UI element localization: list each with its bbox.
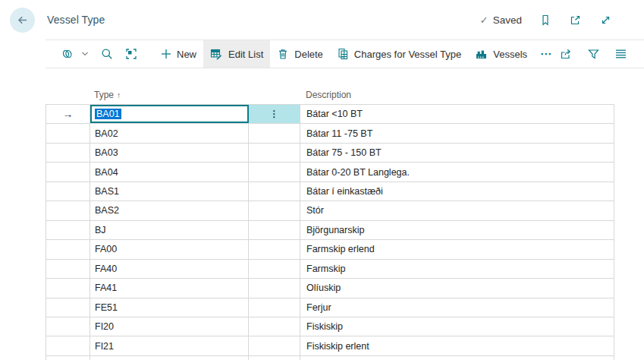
expand-fullscreen-icon[interactable] xyxy=(599,14,612,27)
table-row[interactable]: BA04 Bátar 0-20 BT Langlega. xyxy=(46,163,614,182)
row-selector-cell[interactable] xyxy=(46,336,90,355)
table-row[interactable]: BJ Björgunarskip xyxy=(46,221,614,240)
type-cell[interactable]: FI21 xyxy=(90,336,249,355)
vessels-button-label: Vessels xyxy=(493,49,527,60)
type-cell[interactable]: BAS1 xyxy=(90,182,249,201)
description-cell[interactable]: Farmskip erlend xyxy=(300,240,614,258)
more-options-button[interactable]: ⋯ xyxy=(534,40,559,68)
type-cell[interactable]: BA02 xyxy=(90,124,249,142)
description-cell[interactable]: Bátar <10 BT xyxy=(300,105,614,123)
type-cell[interactable]: BA03 xyxy=(90,144,249,162)
vessel-type-list-page: Vessel Type ✓ Saved xyxy=(0,0,644,360)
back-button[interactable] xyxy=(10,8,35,33)
charges-document-icon xyxy=(337,48,349,60)
description-cell[interactable]: Bátar 11 -75 BT xyxy=(300,124,614,142)
cell-menu-button[interactable] xyxy=(249,144,300,162)
table-row[interactable]: FA40 Farmskip xyxy=(46,260,614,279)
views-icon xyxy=(61,48,74,60)
table-row[interactable]: → BA01 ⋮ Bátar <10 BT xyxy=(46,105,614,124)
header-actions: ✓ Saved xyxy=(480,0,612,39)
row-selector-cell[interactable] xyxy=(46,144,90,162)
table-row[interactable]: BAS2 Stór xyxy=(46,201,614,220)
row-selector-cell[interactable] xyxy=(46,201,90,219)
cell-menu-button[interactable] xyxy=(249,182,300,201)
row-selector-cell[interactable] xyxy=(46,221,90,239)
table-row[interactable]: FA00 Farmskip erlend xyxy=(46,240,614,259)
cell-menu-button[interactable] xyxy=(249,221,300,239)
cell-menu-button[interactable] xyxy=(249,298,300,317)
row-selector-cell[interactable] xyxy=(46,163,90,181)
share-icon[interactable] xyxy=(559,48,573,61)
trash-icon xyxy=(277,48,289,60)
cell-menu-button[interactable] xyxy=(249,336,300,355)
cell-menu-button[interactable] xyxy=(249,279,300,297)
row-selector-cell[interactable] xyxy=(46,124,90,142)
type-cell[interactable]: FE51 xyxy=(90,298,249,317)
open-in-new-window-icon[interactable] xyxy=(569,14,582,27)
description-cell[interactable]: Stór xyxy=(300,201,614,219)
analyze-button[interactable] xyxy=(119,40,143,68)
delete-button-label: Delete xyxy=(294,49,323,60)
description-cell[interactable]: Fiskiskip xyxy=(300,317,614,336)
description-cell[interactable]: Bátar 0-20 BT Langlega. xyxy=(300,163,614,181)
page-header: Vessel Type ✓ Saved xyxy=(0,0,644,39)
table-row[interactable]: BAS1 Bátar í einkastæði xyxy=(46,182,614,201)
column-header-description[interactable]: Description xyxy=(306,90,351,100)
row-selector-cell[interactable] xyxy=(46,298,90,317)
vessel-ship-icon xyxy=(475,49,488,60)
charges-for-vessel-type-button[interactable]: Charges for Vessel Type xyxy=(330,40,468,68)
cell-menu-button[interactable]: ⋮ xyxy=(249,105,300,123)
table-row[interactable]: FI21 Fiskiskip erlent xyxy=(46,336,614,355)
description-cell[interactable]: Farmskip xyxy=(300,260,614,278)
back-arrow-icon xyxy=(16,14,29,27)
description-cell[interactable]: Olíuskip xyxy=(300,279,614,297)
cell-menu-button[interactable] xyxy=(249,317,300,336)
type-cell[interactable]: FI20 xyxy=(90,317,249,336)
bookmark-icon[interactable] xyxy=(539,14,551,27)
new-button[interactable]: New xyxy=(154,40,203,68)
cell-menu-button[interactable] xyxy=(249,163,300,181)
filter-icon[interactable] xyxy=(587,48,600,60)
description-cell[interactable]: Björgunarskip xyxy=(300,221,614,239)
type-cell[interactable]: BAS2 xyxy=(90,201,249,219)
table-row[interactable]: FA41 Olíuskip xyxy=(46,279,614,298)
row-selector-cell[interactable] xyxy=(46,279,90,297)
table-row[interactable]: BA03 Bátar 75 - 150 BT xyxy=(46,144,614,163)
table-row[interactable]: FE51 Ferjur xyxy=(46,298,614,317)
table-rows: → BA01 ⋮ Bátar <10 BT BA02 Bátar 11 -75 … xyxy=(46,105,614,356)
table-row[interactable]: FI20 Fiskiskip xyxy=(46,317,614,336)
type-cell[interactable]: BJ xyxy=(90,221,249,239)
description-cell[interactable]: Bátar 75 - 150 BT xyxy=(300,144,614,162)
edit-list-icon xyxy=(210,48,223,60)
type-cell[interactable]: FA41 xyxy=(90,279,249,297)
current-row-arrow-icon: → xyxy=(63,109,74,119)
table-row[interactable]: BA02 Bátar 11 -75 BT xyxy=(46,124,614,143)
row-selector-cell[interactable] xyxy=(46,317,90,336)
column-header-type[interactable]: Type↑ xyxy=(94,90,121,100)
cell-menu-button[interactable] xyxy=(249,260,300,278)
row-selector-cell[interactable] xyxy=(46,182,90,201)
type-cell[interactable]: FA00 xyxy=(90,240,249,258)
edit-list-button[interactable]: Edit List xyxy=(203,40,270,68)
description-cell[interactable]: Ferjur xyxy=(300,298,614,317)
chevron-down-icon xyxy=(81,50,89,58)
vessels-button[interactable]: Vessels xyxy=(468,40,534,68)
action-toolbar: New Edit List Delete Charges for Vessel … xyxy=(46,39,644,68)
description-cell[interactable]: Bátar í einkastæði xyxy=(300,182,614,201)
new-button-label: New xyxy=(177,49,196,60)
cell-menu-button[interactable] xyxy=(249,201,300,219)
delete-button[interactable]: Delete xyxy=(270,40,330,68)
list-view-icon[interactable] xyxy=(614,48,627,60)
row-selector-cell[interactable] xyxy=(46,260,90,278)
row-selector-cell[interactable]: → xyxy=(46,105,90,123)
type-cell[interactable]: BA04 xyxy=(90,163,249,181)
views-button[interactable] xyxy=(55,40,95,68)
charges-button-label: Charges for Vessel Type xyxy=(354,49,461,60)
description-cell[interactable]: Fiskiskip erlent xyxy=(300,336,614,355)
cell-menu-button[interactable] xyxy=(249,124,300,142)
row-selector-cell[interactable] xyxy=(46,240,90,258)
cell-menu-button[interactable] xyxy=(249,240,300,258)
type-cell[interactable]: BA01 xyxy=(90,105,249,123)
type-cell[interactable]: FA40 xyxy=(90,260,249,278)
search-button[interactable] xyxy=(95,40,119,68)
